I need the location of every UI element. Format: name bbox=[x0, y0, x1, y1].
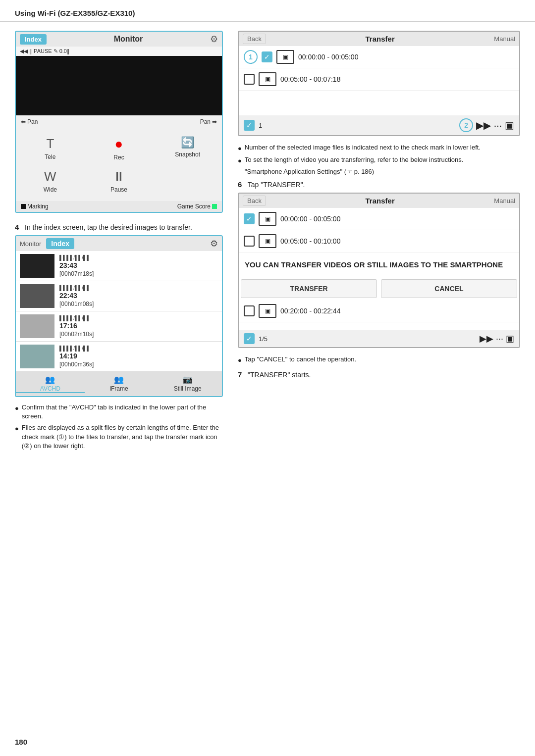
check-s2-2[interactable] bbox=[244, 236, 255, 247]
wide-btn[interactable]: W Wide bbox=[16, 165, 85, 197]
index-item-1[interactable]: ▌▌▌▌/▌▌/▌▌ 23:43 [00h07m18s] bbox=[16, 251, 222, 281]
index-item-4[interactable]: ▌▌▌▌/▌▌/▌▌ 14:19 [00h00m36s] bbox=[16, 342, 222, 372]
note-left-2-text: Files are displayed as a split files by … bbox=[22, 423, 223, 451]
monitor-tab-index[interactable]: Monitor bbox=[20, 240, 41, 248]
manual-tab-1[interactable]: Manual bbox=[494, 35, 515, 43]
pause-btn[interactable]: ⏸ Pause bbox=[85, 165, 154, 197]
notes-bottom-right: ● Tap "CANCEL" to cancel the operation. bbox=[238, 355, 520, 365]
note-left-2: ● Files are displayed as a split files b… bbox=[15, 423, 223, 451]
camera-bottom-row: Marking Game Score bbox=[16, 201, 222, 212]
pan-left-icon: ⬅ bbox=[21, 118, 26, 125]
video-icon-2: ▣ bbox=[259, 72, 276, 86]
step7-text: "TRANSFER" starts. bbox=[248, 371, 311, 379]
avchd-tab[interactable]: 👥 AVCHD bbox=[16, 375, 85, 393]
index-screen: Monitor Index ⚙ ▌▌▌▌/▌▌/▌▌ 23:43 [00h07m… bbox=[15, 235, 223, 397]
dialog-buttons: TRANSFER CANCEL bbox=[239, 277, 519, 300]
note-bottom-1-text: Tap "CANCEL" to cancel the operation. bbox=[245, 355, 356, 365]
transfer-item-s2-bottom[interactable]: ▣ 00:20:00 - 00:22:44 bbox=[239, 300, 519, 322]
marking-label: Marking bbox=[21, 203, 49, 210]
transfer-tab-2[interactable]: Transfer bbox=[269, 197, 491, 205]
gear-icon[interactable]: ⚙ bbox=[210, 34, 218, 45]
transfer-tab-1[interactable]: Transfer bbox=[269, 35, 491, 43]
circled-num-2: 2 bbox=[459, 118, 473, 132]
footer-page-2: 1/5 bbox=[259, 335, 268, 343]
pause-label: Pause bbox=[110, 186, 127, 193]
still-image-tab[interactable]: 📷 Still Image bbox=[153, 375, 222, 393]
video-icon-s2-1: ▣ bbox=[259, 212, 276, 226]
transfer-item-1[interactable]: 1 ✓ ▣ 00:00:00 - 00:05:00 bbox=[239, 46, 519, 68]
note-left-1-text: Confirm that the "AVCHD" tab is indicate… bbox=[22, 403, 223, 421]
rec-icon: ● bbox=[115, 136, 123, 152]
bullet-right-2: ● bbox=[238, 156, 242, 165]
check-s2-1[interactable]: ✓ bbox=[244, 213, 255, 224]
snapshot-icon: 🔄 bbox=[181, 136, 194, 149]
index-gear-icon[interactable]: ⚙ bbox=[210, 238, 218, 249]
pan-right-label: Pan bbox=[200, 118, 211, 125]
iframe-label: iFrame bbox=[109, 385, 128, 392]
transfer-button[interactable]: TRANSFER bbox=[241, 279, 377, 298]
index-item-2[interactable]: ▌▌▌▌/▌▌/▌▌ 22:43 [00h01m08s] bbox=[16, 281, 222, 311]
index-duration-3: [00h02m10s] bbox=[59, 331, 94, 338]
transfer-screen-2: Back Transfer Manual ✓ ▣ 00:00:00 - 00:0… bbox=[238, 193, 520, 348]
step6-line: 6 Tap "TRANSFER". bbox=[238, 180, 520, 189]
index-time-4: 14:19 bbox=[59, 352, 94, 360]
bullet-right-1: ● bbox=[238, 144, 242, 153]
index-bars-2: ▌▌▌▌/▌▌/▌▌ bbox=[59, 285, 94, 291]
cancel-button[interactable]: CANCEL bbox=[381, 279, 517, 298]
footer-check-1[interactable]: ✓ bbox=[244, 120, 255, 131]
transfer-time-2: 00:05:00 - 00:07:18 bbox=[280, 75, 514, 83]
transfer-footer-icon-2[interactable]: ▶▶ ··· ▣ bbox=[480, 333, 514, 344]
transfer-time-s2-bottom: 00:20:00 - 00:22:44 bbox=[280, 307, 514, 315]
transfer-time-s2-2: 00:05:00 - 00:10:00 bbox=[280, 237, 514, 245]
index-tab-active[interactable]: Index bbox=[46, 238, 74, 249]
transfer-footer-icon-1[interactable]: ▶▶ ··· ▣ bbox=[476, 119, 514, 131]
snapshot-btn[interactable]: 🔄 Snapshot bbox=[153, 132, 222, 165]
index-bars-1: ▌▌▌▌/▌▌/▌▌ bbox=[59, 255, 94, 260]
back-tab-1[interactable]: Back bbox=[243, 34, 266, 44]
right-column: Back Transfer Manual 1 ✓ ▣ 00:00:00 - 00… bbox=[238, 31, 520, 455]
index-duration-4: [00h00m36s] bbox=[59, 361, 94, 368]
iframe-tab[interactable]: 👥 iFrame bbox=[85, 375, 154, 393]
check-1[interactable]: ✓ bbox=[262, 51, 272, 62]
step6-number: 6 bbox=[238, 180, 242, 189]
page-number: 180 bbox=[15, 738, 27, 746]
index-duration-1: [00h07m18s] bbox=[59, 270, 94, 277]
transfer-item-s2-2[interactable]: ▣ 00:05:00 - 00:10:00 bbox=[239, 230, 519, 252]
video-icon-s2-2: ▣ bbox=[259, 234, 276, 248]
check-s2-bottom[interactable] bbox=[244, 305, 255, 316]
game-score-text: Game Score bbox=[177, 203, 211, 210]
game-score-square-icon bbox=[212, 204, 217, 209]
note-right-2: ● To set the length of video you are tra… bbox=[238, 155, 520, 165]
index-footer: 👥 AVCHD 👥 iFrame 📷 Still Image bbox=[16, 372, 222, 396]
rec-btn[interactable]: ● Rec bbox=[85, 132, 154, 165]
transfer-item-s2-1[interactable]: ✓ ▣ 00:00:00 - 00:05:00 bbox=[239, 208, 519, 230]
empty-btn bbox=[153, 165, 222, 197]
pan-left-btn[interactable]: ⬅ Pan bbox=[21, 118, 38, 125]
pan-right-btn[interactable]: Pan ➡ bbox=[200, 118, 217, 125]
note-right-1-text: Number of the selected image files is in… bbox=[245, 143, 481, 153]
tele-btn[interactable]: T Tele bbox=[16, 132, 85, 165]
index-time-3: 17:16 bbox=[59, 322, 94, 330]
note-bottom-1: ● Tap "CANCEL" to cancel the operation. bbox=[238, 355, 520, 365]
footer-check-2[interactable]: ✓ bbox=[244, 333, 255, 344]
page-title: Using Wi-Fi (GZ-EX355/GZ-EX310) bbox=[15, 9, 135, 17]
check-2[interactable] bbox=[244, 74, 255, 85]
index-tab[interactable]: Index bbox=[20, 34, 47, 45]
monitor-tab[interactable]: Monitor bbox=[52, 35, 205, 44]
notes-right: ● Number of the selected image files is … bbox=[238, 143, 520, 175]
manual-tab-2[interactable]: Manual bbox=[494, 197, 515, 204]
page-header: Using Wi-Fi (GZ-EX355/GZ-EX310) bbox=[0, 0, 535, 22]
index-bars-4: ▌▌▌▌/▌▌/▌▌ bbox=[59, 346, 94, 351]
index-item-3[interactable]: ▌▌▌▌/▌▌/▌▌ 17:16 [00h02m10s] bbox=[16, 311, 222, 342]
note-left-1: ● Confirm that the "AVCHD" tab is indica… bbox=[15, 403, 223, 421]
back-tab-2[interactable]: Back bbox=[243, 196, 266, 206]
video-icon-1: ▣ bbox=[276, 50, 294, 64]
camera-video-area bbox=[16, 56, 222, 115]
marking-square-icon bbox=[21, 204, 26, 209]
transfer-topbar-1: Back Transfer Manual bbox=[239, 32, 519, 46]
index-duration-2: [00h01m08s] bbox=[59, 301, 94, 307]
circled-num-1: 1 bbox=[244, 50, 258, 64]
index-thumb-2 bbox=[20, 284, 54, 308]
index-bars-3: ▌▌▌▌/▌▌/▌▌ bbox=[59, 315, 94, 321]
transfer-item-2[interactable]: ▣ 00:05:00 - 00:07:18 bbox=[239, 68, 519, 91]
